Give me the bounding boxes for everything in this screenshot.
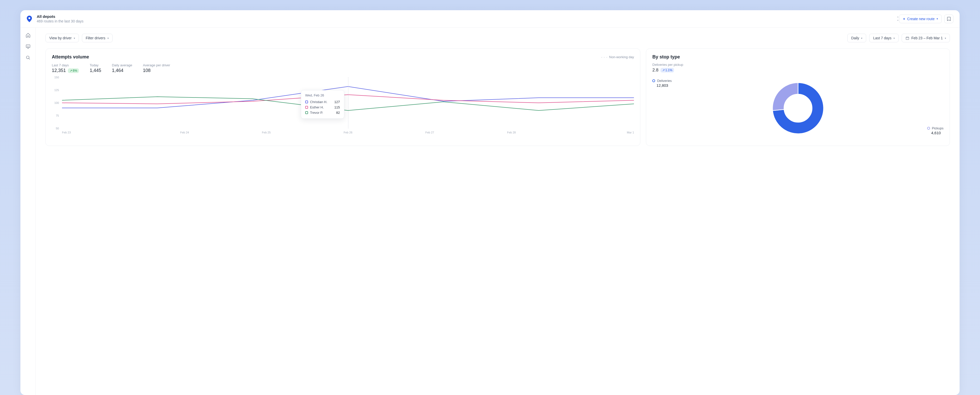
stop-type-card: By stop type Deliveries per pickup 2.8 ↗… [646, 48, 950, 146]
nonworking-label: Non-working day [609, 55, 634, 59]
depot-subtitle: 469 routes in the last 30 days [37, 19, 894, 23]
legend-label: Deliveries [657, 79, 672, 83]
line-chart[interactable]: 5075100125150 Wed, Feb 26 Christian H.12… [52, 77, 634, 136]
view-by-label: View by driver [49, 36, 72, 40]
chevron-down-icon: ▾ [945, 37, 946, 40]
plot-area: Wed, Feb 26 Christian H.127Esther H.115T… [62, 77, 634, 128]
bookmark-icon [947, 17, 951, 21]
granularity-label: Daily [851, 36, 859, 40]
stats-row: Last 7 days 12,351 ↗ 6% Today [52, 63, 634, 73]
topbar: All depots 469 routes in the last 30 day… [21, 10, 959, 27]
delta-badge: ↗ 6% [68, 68, 79, 73]
hover-vline [348, 77, 348, 128]
date-range-picker[interactable]: Feb 23 – Feb Mar 1 ▾ [902, 34, 950, 42]
donut-kpi: 2.8 ↗ 1.1% [652, 68, 943, 73]
sidebar [21, 27, 36, 395]
create-route-label: Create new route [907, 17, 935, 21]
range-preset-label: Last 7 days [873, 36, 891, 40]
x-axis: Feb 23Feb 24Feb 25Feb 26Feb 27Feb 28Mar … [62, 131, 634, 136]
ring-marker-icon [652, 80, 655, 82]
legend-value: 12,803 [656, 83, 672, 88]
donut-chart[interactable] [766, 76, 830, 140]
delta-badge: ↗ 1.1% [660, 68, 674, 72]
chevron-down-icon: ▾ [107, 37, 109, 40]
legend-label: Pickups [932, 126, 943, 130]
donut-sub-label: Deliveries per pickup [652, 63, 943, 67]
tooltip-title: Wed, Feb 26 [305, 93, 340, 97]
stat-period: Last 7 days 12,351 ↗ 6% [52, 63, 79, 73]
range-preset-dropdown[interactable]: Last 7 days ▾ [869, 34, 899, 42]
legend-pickups: Pickups 4,610 [927, 126, 943, 135]
cards-row: Attempts volume - - - Non-working day La… [45, 48, 950, 146]
search-icon[interactable] [25, 55, 30, 60]
svg-point-2 [26, 56, 29, 59]
dash-icon: - - - [601, 55, 608, 59]
tooltip-row: Trevor P.82 [305, 110, 340, 115]
attempts-volume-card: Attempts volume - - - Non-working day La… [45, 48, 640, 146]
stat-label: Today [89, 63, 101, 67]
nonworking-legend: - - - Non-working day [601, 55, 634, 59]
series-marker-icon [305, 106, 308, 109]
stat-value: 1,445 [89, 68, 101, 73]
donut-body: Deliveries 12,803 Pickups 4,610 [652, 76, 943, 140]
logo-pin-icon [27, 16, 32, 22]
tooltip-row: Esther H.115 [305, 105, 340, 110]
app-window: All depots 469 routes in the last 30 day… [21, 10, 959, 395]
stat-value: 108 [143, 68, 170, 73]
date-range-label: Feb 23 – Feb Mar 1 [912, 36, 943, 40]
view-by-dropdown[interactable]: View by driver ▾ [45, 34, 79, 42]
chart-tooltip: Wed, Feb 26 Christian H.127Esther H.115T… [301, 90, 344, 119]
stat-today: Today 1,445 [89, 63, 101, 73]
card-title: Attempts volume [52, 54, 89, 60]
donut-kpi-value: 2.8 [652, 68, 659, 73]
chevron-down-icon: ▾ [861, 37, 862, 40]
filter-drivers-dropdown[interactable]: Filter drivers ▾ [82, 34, 113, 42]
depot-title: All depots [37, 14, 894, 19]
create-route-button[interactable]: + Create new route ▾ [899, 14, 942, 23]
chevron-down-icon: ▾ [74, 37, 75, 40]
home-icon[interactable] [25, 33, 30, 38]
calendar-icon [905, 36, 909, 40]
chevron-down-icon: ▾ [894, 37, 895, 40]
depot-selector[interactable]: All depots 469 routes in the last 30 day… [37, 14, 894, 23]
toolbar: View by driver ▾ Filter drivers ▾ Daily … [45, 34, 950, 42]
series-marker-icon [305, 111, 308, 114]
stat-daily-average: Daily average 1,464 [112, 63, 132, 73]
main-content: View by driver ▾ Filter drivers ▾ Daily … [36, 27, 959, 395]
card-title: By stop type [652, 54, 943, 60]
plus-icon: + [903, 17, 905, 21]
stat-value: 1,464 [112, 68, 132, 73]
chevron-down-icon: ▾ [937, 18, 938, 20]
granularity-dropdown[interactable]: Daily ▾ [847, 34, 866, 42]
top-actions: + Create new route ▾ [899, 14, 953, 23]
stat-label: Daily average [112, 63, 132, 67]
delta-value: 6% [73, 69, 77, 72]
stat-value: 12,351 [52, 68, 66, 73]
body: View by driver ▾ Filter drivers ▾ Daily … [21, 27, 959, 395]
series-marker-icon [305, 100, 308, 104]
tooltip-value: 115 [334, 105, 340, 109]
arrow-up-icon: ↗ [70, 69, 72, 72]
stat-label: Last 7 days [52, 63, 79, 67]
tooltip-name: Trevor P. [310, 111, 332, 115]
delta-value: 1.1% [665, 68, 672, 72]
bookmark-button[interactable] [944, 14, 953, 23]
svg-rect-3 [906, 37, 909, 40]
tooltip-value: 82 [336, 111, 340, 115]
svg-point-0 [28, 17, 30, 19]
stat-label: Average per driver [143, 63, 170, 67]
filter-label: Filter drivers [86, 36, 105, 40]
ring-marker-icon [927, 127, 930, 130]
stat-per-driver: Average per driver 108 [143, 63, 170, 73]
tooltip-value: 127 [334, 100, 340, 104]
tooltip-name: Esther H. [310, 105, 330, 109]
legend-deliveries: Deliveries 12,803 [652, 79, 672, 88]
tooltip-row: Christian H.127 [305, 99, 340, 105]
tooltip-name: Christian H. [310, 100, 330, 104]
chevron-updown-icon: ⌃⌄ [897, 17, 899, 21]
y-axis: 5075100125150 [52, 77, 61, 128]
presentation-chart-icon[interactable] [25, 44, 30, 49]
arrow-up-icon: ↗ [662, 68, 665, 72]
legend-value: 4,610 [931, 131, 943, 135]
